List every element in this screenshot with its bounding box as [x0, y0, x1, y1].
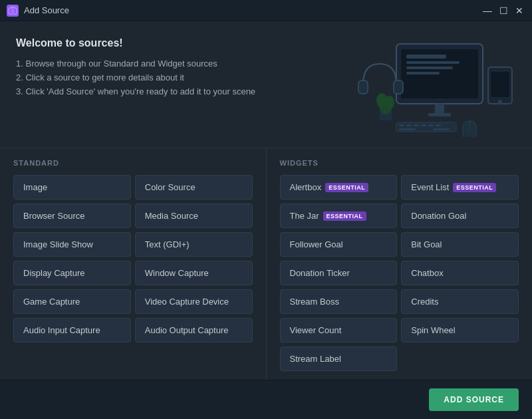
title-bar-controls: — ☐ ✕	[481, 5, 525, 17]
widget-donation-goal[interactable]: Donation Goal	[401, 204, 519, 228]
svg-rect-23	[428, 124, 434, 126]
hero-illustration	[330, 37, 516, 137]
svg-rect-29	[358, 80, 368, 94]
standard-section-label: STANDARD	[13, 159, 253, 167]
svg-rect-10	[428, 113, 451, 116]
svg-rect-12	[491, 72, 509, 97]
svg-rect-21	[414, 124, 419, 126]
svg-rect-9	[435, 104, 444, 113]
hero-section: Welcome to sources! Browse through our S…	[0, 21, 532, 148]
widget-stream-label[interactable]: Stream Label	[280, 347, 398, 371]
maximize-button[interactable]: ☐	[497, 5, 509, 17]
panels-container: STANDARD Image Color Source Browser Sour…	[0, 148, 532, 380]
svg-point-1	[11, 9, 14, 12]
source-item-game-capture[interactable]: Game Capture	[13, 289, 131, 314]
source-item-window-capture[interactable]: Window Capture	[135, 261, 253, 285]
standard-panel: STANDARD Image Color Source Browser Sour…	[0, 148, 266, 380]
add-source-button[interactable]: ADD SOURCE	[429, 388, 519, 411]
title-bar: Add Source — ☐ ✕	[0, 0, 532, 21]
svg-point-13	[498, 100, 502, 104]
minimize-button[interactable]: —	[481, 5, 493, 17]
hero-heading: Welcome to sources!	[16, 37, 255, 49]
hero-step-3: Click 'Add Source' when you're ready to …	[16, 86, 255, 96]
hero-text: Welcome to sources! Browse through our S…	[16, 37, 255, 100]
svg-rect-22	[421, 124, 426, 126]
widget-spin-wheel[interactable]: Spin Wheel	[401, 318, 519, 343]
widgets-panel: WIDGETS Alertbox ESSENTIAL Event List ES…	[267, 148, 533, 380]
source-item-audio-input-capture[interactable]: Audio Input Capture	[13, 318, 131, 343]
widget-event-list[interactable]: Event List ESSENTIAL	[401, 175, 519, 200]
widget-donation-ticker[interactable]: Donation Ticker	[280, 261, 398, 285]
svg-rect-8	[406, 72, 440, 74]
app-icon	[7, 5, 19, 17]
svg-rect-5	[406, 55, 446, 59]
source-item-color-source[interactable]: Color Source	[135, 175, 253, 200]
source-item-image[interactable]: Image	[13, 175, 131, 200]
widget-chatbox[interactable]: Chatbox	[401, 261, 519, 285]
svg-rect-6	[406, 61, 460, 64]
source-item-browser-source[interactable]: Browser Source	[13, 204, 131, 228]
hero-step-2: Click a source to get more details about…	[16, 72, 255, 82]
widget-viewer-count[interactable]: Viewer Count	[280, 318, 398, 343]
svg-rect-26	[433, 128, 450, 130]
svg-rect-0	[9, 8, 17, 14]
hero-steps: Browse through our Standard and Widget s…	[16, 59, 255, 96]
event-list-badge: ESSENTIAL	[453, 183, 496, 192]
window-title: Add Source	[24, 5, 69, 15]
svg-rect-20	[406, 124, 412, 126]
svg-rect-25	[399, 128, 416, 130]
widget-the-jar[interactable]: The Jar ESSENTIAL	[280, 204, 398, 228]
widgets-section-label: WIDGETS	[280, 159, 519, 167]
svg-rect-19	[399, 124, 404, 126]
svg-point-17	[385, 96, 394, 109]
widgets-grid: Alertbox ESSENTIAL Event List ESSENTIAL …	[280, 175, 519, 371]
source-item-image-slide-show[interactable]: Image Slide Show	[13, 232, 131, 257]
svg-rect-30	[394, 80, 403, 94]
title-bar-left: Add Source	[7, 5, 69, 17]
widget-bit-goal[interactable]: Bit Goal	[401, 232, 519, 257]
source-item-video-capture-device[interactable]: Video Capture Device	[135, 289, 253, 314]
svg-rect-24	[436, 124, 441, 126]
widget-credits[interactable]: Credits	[401, 289, 519, 314]
source-item-display-capture[interactable]: Display Capture	[13, 261, 131, 285]
footer-bar: ADD SOURCE	[0, 380, 532, 419]
widget-alertbox[interactable]: Alertbox ESSENTIAL	[280, 175, 398, 200]
widget-stream-boss[interactable]: Stream Boss	[280, 289, 398, 314]
source-item-media-source[interactable]: Media Source	[135, 204, 253, 228]
svg-rect-7	[406, 67, 453, 69]
the-jar-badge: ESSENTIAL	[323, 211, 366, 221]
alertbox-badge: ESSENTIAL	[325, 183, 368, 192]
source-item-audio-output-capture[interactable]: Audio Output Capture	[135, 318, 253, 343]
widget-follower-goal[interactable]: Follower Goal	[280, 232, 398, 257]
hero-step-1: Browse through our Standard and Widget s…	[16, 59, 255, 69]
main-content: Welcome to sources! Browse through our S…	[0, 21, 532, 419]
close-button[interactable]: ✕	[513, 5, 525, 17]
standard-grid: Image Color Source Browser Source Media …	[13, 175, 253, 343]
source-item-text-gdi[interactable]: Text (GDI+)	[135, 232, 253, 257]
